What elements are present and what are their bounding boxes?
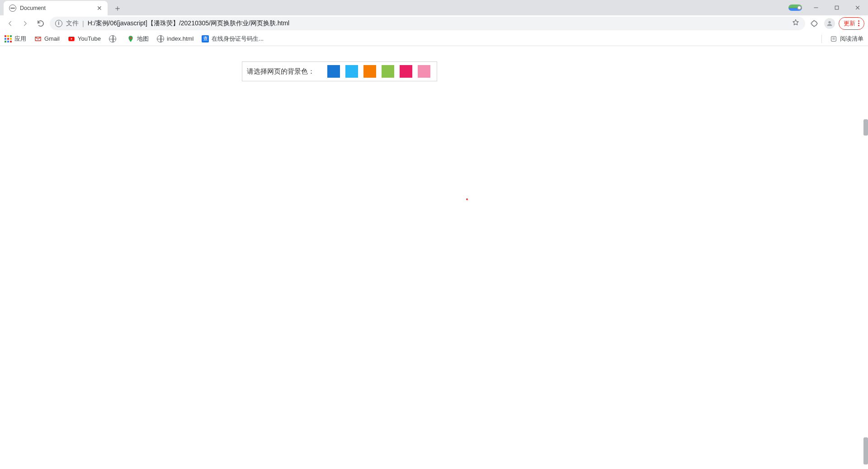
globe-icon [157, 35, 164, 42]
address-bar[interactable]: i 文件 | H:/案例/06[javascript]【潘珠荧】/2021030… [50, 17, 805, 30]
picker-label: 请选择网页的背景色： [247, 67, 315, 76]
svg-rect-1 [835, 6, 839, 9]
bookmark-label: 在线身份证号码生... [212, 35, 264, 43]
url-protocol: 文件 [66, 19, 79, 28]
swatch-row [327, 65, 430, 78]
url-separator: | [82, 20, 84, 27]
reading-list-button[interactable]: 阅读清单 [830, 35, 863, 43]
globe-icon [109, 35, 116, 42]
swatch-green[interactable] [382, 65, 394, 78]
bookmark-label: YouTube [78, 35, 101, 42]
swatch-pink[interactable] [418, 65, 430, 78]
apps-icon [5, 35, 12, 42]
bookmark-label: index.html [167, 35, 193, 42]
forward-button[interactable] [19, 17, 32, 30]
cha-icon: 查 [202, 35, 209, 42]
bookmark-idgen[interactable]: 查 在线身份证号码生... [202, 35, 264, 43]
swatch-magenta[interactable] [400, 65, 412, 78]
tab-title: Document [20, 5, 96, 11]
extensions-button[interactable] [808, 17, 821, 30]
update-button[interactable]: 更新 [839, 17, 864, 30]
avatar-icon [824, 18, 835, 29]
svg-point-6 [130, 37, 132, 39]
svg-point-4 [828, 21, 830, 23]
scrollbar-stub-upper[interactable] [863, 119, 868, 136]
url-path: H:/案例/06[javascript]【潘珠荧】/20210305/网页换肤作… [88, 19, 290, 28]
page-content: 请选择网页的背景色： [0, 46, 868, 469]
gmail-icon [34, 35, 42, 42]
toolbar: i 文件 | H:/案例/06[javascript]【潘珠荧】/2021030… [0, 15, 868, 32]
swatch-blue[interactable] [327, 65, 340, 78]
menu-dots-icon [858, 20, 859, 26]
swatch-cyan[interactable] [345, 65, 358, 78]
color-picker-panel: 请选择网页的背景色： [242, 61, 437, 81]
bookmark-label: 应用 [14, 35, 26, 43]
scrollbar-stub-lower[interactable] [863, 437, 868, 464]
bookmark-label: 地图 [137, 35, 149, 43]
bookmark-youtube[interactable]: YouTube [68, 35, 101, 42]
site-info-icon[interactable]: i [55, 20, 62, 27]
maps-icon [127, 35, 134, 42]
identity-icon [788, 5, 802, 11]
close-window-button[interactable] [847, 0, 868, 15]
new-tab-button[interactable]: ＋ [111, 2, 124, 14]
identity-indicator[interactable] [785, 0, 806, 15]
bookmark-index-html[interactable]: index.html [157, 35, 193, 42]
cursor-dot [466, 198, 468, 200]
back-button[interactable] [4, 17, 16, 30]
divider [821, 35, 822, 43]
reload-button[interactable] [34, 17, 47, 30]
bookmark-star-icon[interactable] [792, 19, 800, 28]
profile-button[interactable] [823, 17, 836, 30]
svg-rect-7 [831, 36, 836, 41]
bookmarks-bar: 应用 Gmail YouTube 地图 index.html 查 在线身份证号码… [0, 32, 868, 46]
titlebar: Document ✕ ＋ [0, 0, 868, 15]
maximize-button[interactable] [826, 0, 847, 15]
reading-list-label: 阅读清单 [840, 35, 863, 43]
window-controls [785, 0, 868, 15]
browser-tab-active[interactable]: Document ✕ [4, 1, 108, 15]
bookmark-gmail[interactable]: Gmail [34, 35, 60, 42]
bookmark-label: Gmail [44, 35, 60, 42]
reading-list-icon [830, 35, 837, 42]
bookmark-maps[interactable]: 地图 [127, 35, 149, 43]
close-tab-button[interactable]: ✕ [96, 5, 103, 12]
bookmark-globe-only[interactable] [109, 35, 119, 42]
swatch-orange[interactable] [363, 65, 376, 78]
minimize-button[interactable] [806, 0, 826, 15]
globe-icon [9, 5, 16, 12]
bookmark-apps[interactable]: 应用 [5, 35, 26, 43]
youtube-icon [68, 35, 75, 42]
update-label: 更新 [844, 19, 855, 28]
